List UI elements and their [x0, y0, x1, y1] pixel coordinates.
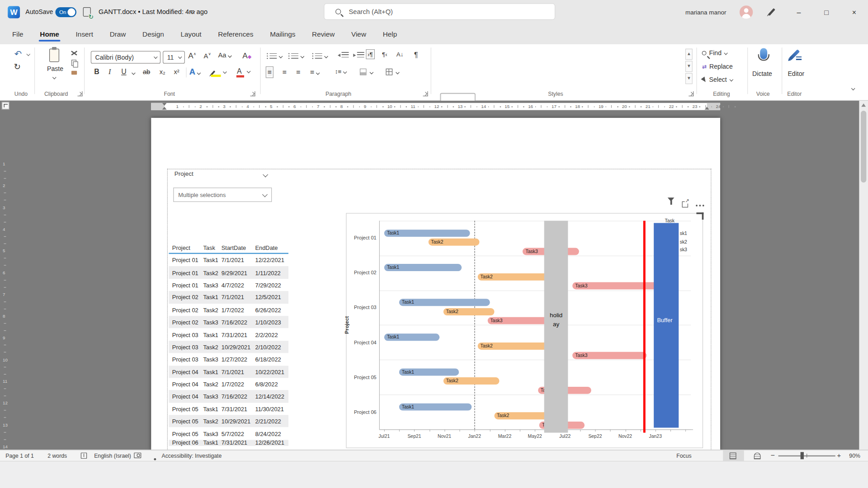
table-row[interactable]: Project 05Task35/7/20228/24/2022	[169, 427, 288, 440]
table-row[interactable]: Project 03Task210/29/20212/10/2022	[169, 341, 288, 353]
gantt-bar-task1[interactable]: Task1	[384, 333, 440, 341]
gantt-bar-task2[interactable]: Task2	[443, 377, 500, 385]
zoom-in-button[interactable]: +	[837, 451, 841, 459]
replace-button[interactable]: ⇄ Replace	[702, 63, 733, 70]
cut-button[interactable]	[71, 50, 79, 56]
gantt-bar-task1[interactable]: Task1	[399, 299, 491, 306]
slicer-dropdown[interactable]: Multiple selections	[173, 188, 272, 202]
superscript-button[interactable]: x²	[174, 68, 179, 76]
table-row[interactable]: Project 04Task21/7/20226/8/2022	[169, 378, 288, 390]
format-painter-button[interactable]	[71, 71, 77, 75]
underline-button[interactable]: U	[121, 67, 126, 75]
table-row[interactable]: Project 01Task29/29/20211/11/2022	[169, 266, 288, 278]
undo-button[interactable]: ↶	[14, 49, 22, 59]
first-line-indent-marker[interactable]	[162, 103, 167, 106]
tab-review[interactable]: Review	[311, 26, 336, 43]
tab-home[interactable]: Home	[39, 26, 60, 43]
multilevel-list-button[interactable]	[315, 53, 322, 59]
italic-button[interactable]: I	[108, 67, 111, 76]
table-row-clipped[interactable]: Project 06Task17/31/202112/26/2021	[169, 440, 288, 446]
tab-mailings[interactable]: Mailings	[269, 26, 297, 43]
more-options-icon[interactable]	[696, 205, 698, 206]
borders-button[interactable]	[386, 69, 392, 75]
save-sync-icon[interactable]	[83, 7, 91, 17]
gantt-bar-task2[interactable]: Task2	[443, 308, 494, 315]
search-input[interactable]: Search (Alt+Q)	[324, 3, 555, 20]
document-page[interactable]: Project Multiple selections ProjectTaskS…	[151, 118, 720, 450]
gantt-chart[interactable]: Project Jul21Sep21Nov21Jan22Mar22May22Ju…	[346, 213, 703, 448]
display-settings-icon[interactable]	[134, 453, 141, 458]
page-indicator[interactable]: Page 1 of 1	[5, 452, 34, 458]
font-dialog-launcher[interactable]	[250, 91, 255, 96]
gantt-bar-task2[interactable]: Task2	[477, 343, 553, 350]
font-color-button[interactable]: A	[237, 67, 242, 75]
zoom-slider-thumb[interactable]	[801, 452, 804, 459]
table-row[interactable]: Project 05Task17/31/202111/30/2021	[169, 403, 288, 415]
zoom-out-button[interactable]: −	[770, 451, 774, 459]
table-row[interactable]: Project 03Task17/31/20212/2/2022	[169, 328, 288, 341]
horizontal-ruler[interactable]: 123456789101112131415161718192021222324	[151, 103, 720, 110]
minimize-button[interactable]: –	[791, 7, 807, 19]
gantt-bar-task1[interactable]: Task1	[384, 264, 462, 271]
maximize-button[interactable]: □	[818, 7, 835, 19]
paragraph-dialog-launcher[interactable]	[423, 91, 428, 96]
avatar[interactable]	[740, 5, 753, 19]
hanging-indent-marker[interactable]	[162, 107, 167, 109]
styles-dialog-launcher[interactable]	[689, 91, 693, 96]
clear-formatting-button[interactable]: A◆	[242, 51, 251, 60]
tab-view[interactable]: View	[350, 26, 368, 43]
close-button[interactable]: ×	[846, 7, 863, 19]
table-row[interactable]: Project 03Task31/27/20226/18/2022	[169, 353, 288, 365]
ink-pen-icon[interactable]	[768, 8, 775, 16]
highlight-button[interactable]	[212, 68, 214, 78]
slicer-collapse-icon[interactable]	[263, 172, 268, 177]
table-row[interactable]: Project 02Task37/16/20221/10/2023	[169, 316, 288, 328]
vertical-scrollbar[interactable]	[859, 101, 868, 450]
align-right-button[interactable]: ≡	[296, 68, 300, 76]
tab-insert[interactable]: Insert	[75, 26, 94, 43]
filter-icon[interactable]	[668, 202, 675, 211]
tab-references[interactable]: References	[217, 26, 255, 43]
gantt-bar-task1[interactable]: Task1	[384, 230, 470, 237]
line-spacing-button[interactable]: ↕≡	[335, 68, 346, 75]
gantt-bar-task1[interactable]: Task1	[399, 403, 472, 410]
bold-button[interactable]: B	[94, 67, 99, 75]
font-size-select[interactable]: 11	[163, 51, 185, 64]
user-name[interactable]: mariana manor	[685, 9, 726, 16]
strikethrough-button[interactable]: ab	[143, 68, 150, 76]
undo-chevron-icon[interactable]	[26, 52, 30, 56]
justify-button[interactable]: ≡	[310, 68, 319, 76]
print-layout-button[interactable]	[730, 453, 736, 460]
focus-button[interactable]: Focus	[676, 452, 691, 458]
numbering-button[interactable]	[291, 53, 298, 59]
clipboard-dialog-launcher[interactable]	[77, 91, 82, 96]
word-count[interactable]: 2 words	[47, 452, 67, 458]
shrink-font-button[interactable]: A∨	[204, 52, 211, 60]
select-button[interactable]: Select	[702, 76, 732, 83]
show-paragraph-marks-button[interactable]: ¶	[414, 51, 418, 59]
align-center-button[interactable]: ≡	[282, 68, 286, 76]
zoom-level[interactable]: 90%	[849, 452, 860, 458]
shading-button[interactable]	[360, 69, 367, 75]
buffer-bar[interactable]: Buffer	[654, 223, 679, 427]
ltr-text-direction-button[interactable]: ›¶	[368, 51, 373, 58]
slicer-title[interactable]: Project	[175, 170, 270, 181]
project-table[interactable]: ProjectTaskStartDateEndDate Project 01Ta…	[169, 242, 288, 446]
grow-font-button[interactable]: A∧	[188, 51, 196, 60]
vertical-ruler[interactable]: 1234567891011121314	[0, 101, 10, 450]
rtl-text-direction-button[interactable]: ¶‹	[382, 51, 387, 58]
styles-more-button[interactable]: ▼	[685, 73, 693, 84]
styles-scroll-up[interactable]: ▲	[685, 49, 693, 60]
gantt-bar-task1[interactable]: Task1	[399, 368, 459, 375]
tab-layout[interactable]: Layout	[179, 26, 203, 43]
sort-button[interactable]: A↓	[396, 51, 404, 58]
table-row[interactable]: Project 01Task34/7/20227/29/2022	[169, 279, 288, 291]
tab-draw[interactable]: Draw	[108, 26, 127, 43]
language-indicator[interactable]: English (Israel)	[94, 452, 131, 458]
table-row[interactable]: Project 05Task210/29/20212/21/2022	[169, 415, 288, 427]
styles-scroll-down[interactable]: ▼	[685, 61, 693, 72]
table-row[interactable]: Project 02Task17/1/202112/5/2021	[169, 291, 288, 303]
change-case-button[interactable]: Aa	[218, 52, 231, 59]
align-left-button[interactable]: ≡	[267, 68, 271, 76]
tab-help[interactable]: Help	[382, 26, 398, 43]
